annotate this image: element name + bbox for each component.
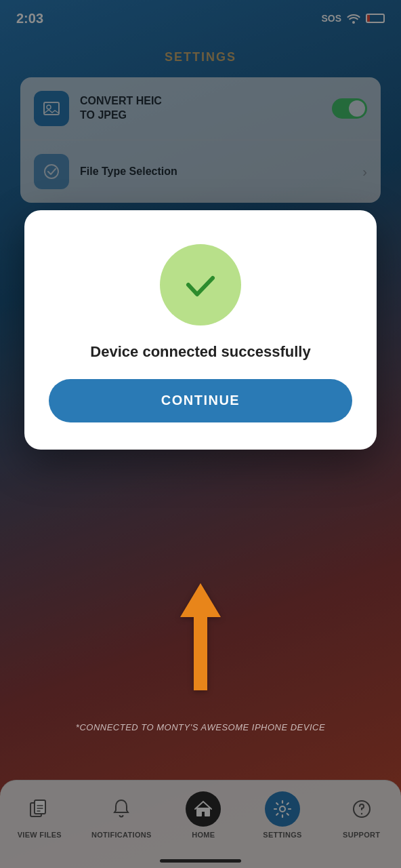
connected-text: *CONNECTED TO MONTY'S AWESOME IPHONE DEV… — [0, 722, 401, 732]
checkmark-icon — [180, 264, 221, 305]
svg-rect-5 — [194, 616, 207, 690]
success-icon-circle — [160, 244, 241, 326]
modal-message: Device connected successfully — [90, 342, 310, 363]
success-modal: Device connected successfully CONTINUE — [24, 210, 377, 450]
arrow-annotation — [173, 583, 228, 692]
arrow-icon — [173, 583, 228, 692]
svg-marker-4 — [180, 583, 221, 617]
continue-button[interactable]: CONTINUE — [49, 379, 352, 422]
